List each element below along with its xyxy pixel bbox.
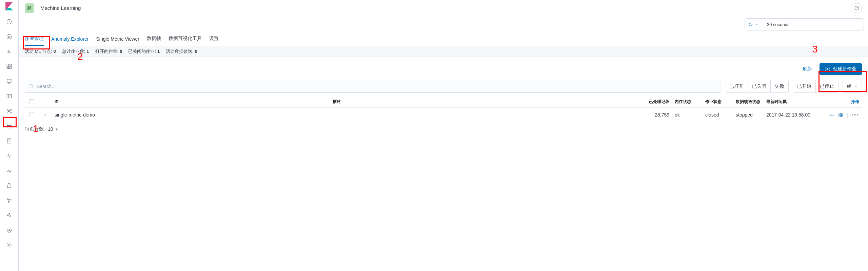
jobs-table: ID↑ 描述 已处理记录 内存状态 作业状态 数据馈送状态 最新时间戳 操作 s… <box>19 96 868 122</box>
chevron-down-icon <box>854 85 857 88</box>
app-title: Machine Learning <box>40 5 81 11</box>
nav-apm-icon[interactable] <box>2 149 16 163</box>
tabs: 作业管理 Anomaly Explorer Single Metric View… <box>19 33 868 46</box>
filter-started[interactable]: 已开始 <box>793 80 816 92</box>
select-all-checkbox[interactable] <box>29 99 34 104</box>
filter-row: 已打开 已关闭 失败 已开始 已停止 组 <box>19 79 868 96</box>
svg-rect-12 <box>7 124 11 126</box>
svg-point-21 <box>857 9 857 9</box>
plus-circle-icon: + <box>825 67 830 72</box>
svg-point-10 <box>7 112 8 113</box>
view-smv-icon[interactable] <box>829 112 835 118</box>
help-icon[interactable] <box>852 3 862 13</box>
col-desc[interactable]: 描述 <box>330 99 638 105</box>
svg-point-23 <box>30 85 33 87</box>
pager-label: 每页行数: <box>25 126 45 132</box>
nav-monitoring-icon[interactable] <box>2 224 16 237</box>
refresh-button[interactable]: 刷新 <box>799 63 815 75</box>
space-badge[interactable]: 默 <box>25 3 34 13</box>
svg-rect-2 <box>7 64 8 66</box>
stat-total-jobs-label: 总计作业数: <box>62 48 85 55</box>
svg-point-11 <box>11 112 12 113</box>
create-job-button[interactable]: + 创建新作业 <box>820 63 862 75</box>
col-ops: 操作 <box>821 99 862 105</box>
nav-devtools-icon[interactable] <box>2 209 16 222</box>
top-bar: 默 Machine Learning <box>19 0 868 16</box>
svg-point-17 <box>10 199 11 200</box>
filter-failed[interactable]: 失败 <box>771 80 788 92</box>
search-input[interactable] <box>37 84 717 89</box>
nav-canvas-icon[interactable] <box>2 75 16 88</box>
filter-opened[interactable]: 已打开 <box>725 80 748 92</box>
stat-active-feeds-val: 0 <box>195 49 197 54</box>
kibana-logo[interactable] <box>5 1 14 11</box>
svg-rect-26 <box>839 115 841 117</box>
filter-group-label: 组 <box>847 83 852 89</box>
svg-point-7 <box>8 110 10 112</box>
stat-active-nodes-label: 活动 ML 节点: <box>25 48 52 55</box>
col-ts[interactable]: 最新时间戳 <box>764 99 821 105</box>
nav-dashboard-icon[interactable] <box>2 60 16 73</box>
row-mem: ok <box>672 112 703 118</box>
svg-point-16 <box>7 199 8 200</box>
tab-data-frames[interactable]: 数据帧 <box>147 36 161 46</box>
col-processed[interactable]: 已处理记录 <box>638 99 672 105</box>
row-ops: | ••• <box>821 112 862 118</box>
refresh-interval-value[interactable]: 30 seconds <box>762 18 864 30</box>
tab-data-visualizer[interactable]: 数据可视化工具 <box>169 36 202 46</box>
state-filter-group: 已打开 已关闭 失败 <box>725 80 789 93</box>
col-mem[interactable]: 内存状态 <box>672 99 703 105</box>
row-checkbox[interactable] <box>29 112 34 117</box>
chevron-down-icon[interactable]: ▾ <box>56 127 58 131</box>
group-filter[interactable]: 组 <box>843 80 862 93</box>
svg-rect-6 <box>7 79 11 82</box>
svg-rect-13 <box>7 127 11 128</box>
nav-graph-icon[interactable] <box>2 194 16 207</box>
nav-discover-icon[interactable] <box>2 30 16 43</box>
tab-job-management[interactable]: 作业管理 <box>25 36 44 46</box>
col-id[interactable]: ID↑ <box>52 100 330 104</box>
nav-management-icon[interactable] <box>2 238 16 252</box>
pager: 每页行数: 10 ▾ <box>19 122 868 136</box>
view-explorer-icon[interactable] <box>838 112 844 118</box>
left-nav <box>0 0 19 271</box>
refresh-row: 30 seconds <box>19 16 868 33</box>
nav-visualize-icon[interactable] <box>2 45 16 58</box>
col-jobstate[interactable]: 作业状态 <box>703 99 733 105</box>
table-row: single-metric-demo 28,759 ok closed stop… <box>25 108 862 122</box>
nav-maps-icon[interactable] <box>2 89 16 103</box>
stat-active-feeds-label: 活动数据馈送: <box>166 48 194 55</box>
row-more-icon[interactable]: ••• <box>851 112 859 118</box>
filter-closed[interactable]: 已关闭 <box>748 80 771 92</box>
col-feedstate[interactable]: 数据馈送状态 <box>733 99 764 105</box>
nav-logs-icon[interactable] <box>2 134 16 148</box>
main-panel: 默 Machine Learning 30 seconds 作业管理 Anoma… <box>19 0 868 271</box>
table-header: ID↑ 描述 已处理记录 内存状态 作业状态 数据馈送状态 最新时间戳 操作 <box>25 96 862 108</box>
pager-size[interactable]: 10 <box>48 126 53 132</box>
tab-single-metric-viewer[interactable]: Single Metric Viewer <box>96 36 139 46</box>
svg-rect-4 <box>10 66 12 69</box>
tab-settings[interactable]: 设置 <box>209 36 219 46</box>
nav-siem-icon[interactable] <box>2 179 16 192</box>
stat-closed-jobs-label: 已关闭的作业: <box>128 48 156 55</box>
row-id: single-metric-demo <box>52 112 330 118</box>
refresh-interval-icon[interactable] <box>745 18 762 30</box>
search-box[interactable] <box>25 80 721 93</box>
svg-point-9 <box>11 109 12 110</box>
nav-infrastructure-icon[interactable] <box>2 119 16 133</box>
expand-row-icon[interactable] <box>38 113 52 117</box>
nav-recent-icon[interactable] <box>2 15 16 28</box>
row-feedstate: stopped <box>733 112 764 118</box>
tab-anomaly-explorer[interactable]: Anomaly Explorer <box>51 36 89 46</box>
nav-ml-icon[interactable] <box>2 104 16 118</box>
nav-uptime-icon[interactable] <box>2 164 16 178</box>
stat-open-jobs-label: 打开的作业: <box>95 48 119 55</box>
stat-total-jobs-val: 1 <box>86 49 89 54</box>
stat-active-nodes-val: 0 <box>53 49 56 54</box>
svg-rect-24 <box>839 113 841 114</box>
filter-group-btn[interactable]: 组 <box>843 80 862 92</box>
row-ts: 2017-04-22 19:58:00 <box>764 112 821 118</box>
filter-stopped[interactable]: 已停止 <box>816 80 838 92</box>
actions-row: 刷新 + 创建新作业 <box>19 57 868 79</box>
sort-asc-icon: ↑ <box>60 100 62 104</box>
